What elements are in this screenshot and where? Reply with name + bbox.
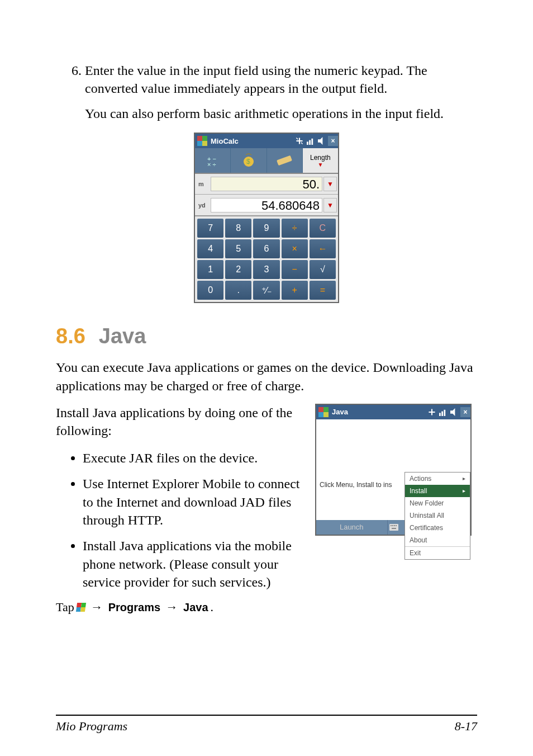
path-period: . <box>211 600 214 615</box>
svg-rect-1 <box>309 140 311 145</box>
tab-calculator: + −× ÷ <box>195 148 231 173</box>
svg-text:$: $ <box>246 158 250 166</box>
key-sqrt: √ <box>310 260 336 279</box>
app-title: MioCalc <box>210 137 296 145</box>
connectivity-icon <box>296 137 303 145</box>
page-footer: Mio Programs 8-17 <box>0 715 533 734</box>
svg-text:× ÷: × ÷ <box>207 161 216 168</box>
key-clear: C <box>310 219 336 238</box>
bullet-jad: Use Internet Explorer Mobile to connect … <box>83 475 307 529</box>
java-intro: You can execute Java applications or gam… <box>56 358 477 395</box>
java-install-intro: Install Java applications by doing one o… <box>56 404 307 440</box>
path-programs: Programs <box>108 601 160 614</box>
java-install-methods: Execute JAR files on the device. Use Int… <box>56 449 307 592</box>
key-equals: = <box>310 281 336 300</box>
start-icon <box>318 407 329 417</box>
start-menu-icon <box>76 603 86 612</box>
key-8: 8 <box>225 219 251 238</box>
input-unit: m <box>196 181 211 187</box>
key-sign: ⁺⁄₋ <box>253 281 279 300</box>
key-dot: . <box>225 281 251 300</box>
svg-rect-2 <box>311 139 313 145</box>
arrow-icon-2: → <box>163 600 181 615</box>
key-1: 1 <box>197 260 223 279</box>
section-heading: 8.6Java <box>56 324 477 348</box>
svg-rect-11 <box>444 410 445 416</box>
svg-rect-8 <box>277 155 292 166</box>
step-6: Enter the value in the input field using… <box>85 62 477 98</box>
menu-install: Install▸ <box>405 485 470 497</box>
chevron-right-icon: ▸ <box>463 475 465 481</box>
footer-section: Mio Programs <box>56 719 127 734</box>
input-row: m 50. ▼ <box>195 173 338 194</box>
tab-currency: $ <box>231 148 266 173</box>
status-icons <box>296 137 328 145</box>
menu-actions: Actions▸ <box>405 472 470 485</box>
keypad: 7 8 9 ÷ C 4 5 6 × ← 1 2 3 − √ 0 . ⁺⁄₋ + … <box>195 215 338 302</box>
titlebar: Java × <box>316 405 470 419</box>
status-icons <box>428 408 460 416</box>
output-unit-dropdown: ▼ <box>323 198 337 212</box>
input-value: 50. <box>211 177 322 191</box>
svg-marker-3 <box>318 137 322 145</box>
key-divide: ÷ <box>282 219 308 238</box>
key-9: 9 <box>253 219 279 238</box>
svg-rect-9 <box>439 413 441 416</box>
hint-text: Click Menu, Install to ins <box>320 481 392 489</box>
svg-rect-18 <box>392 528 396 529</box>
section-title: Java <box>99 324 146 348</box>
tab-length: Length ▼ <box>303 148 338 173</box>
tab-length-label: Length <box>310 154 331 162</box>
speaker-icon <box>450 408 458 416</box>
key-0: 0 <box>197 281 223 300</box>
svg-marker-12 <box>450 408 455 416</box>
navigation-path: Tap → Programs → Java. <box>56 600 307 615</box>
speaker-icon <box>318 137 326 145</box>
app-title: Java <box>331 408 428 416</box>
svg-rect-15 <box>392 525 393 526</box>
svg-rect-10 <box>441 412 443 416</box>
close-icon: × <box>460 407 470 417</box>
page-number: 8-17 <box>455 719 477 734</box>
menu-new-folder: New Folder <box>405 497 470 509</box>
output-value: 54.680648 <box>211 198 322 212</box>
svg-rect-13 <box>389 524 398 531</box>
miocalc-screenshot: MioCalc × + −× ÷ $ Leng <box>56 133 477 303</box>
java-screenshot: Java × Click Menu, Install to ins Action… <box>315 404 477 615</box>
output-row: yd 54.680648 ▼ <box>195 194 338 215</box>
step-continuation: You can also perform basic arithmetic op… <box>85 105 477 122</box>
connectivity-icon <box>428 408 436 416</box>
arrow-icon: → <box>88 600 106 615</box>
bullet-network: Install Java applications via the mobile… <box>83 537 307 591</box>
key-multiply: × <box>282 239 308 258</box>
key-backspace: ← <box>310 239 336 258</box>
path-java: Java <box>183 601 208 614</box>
svg-rect-17 <box>396 525 397 526</box>
svg-rect-0 <box>307 142 308 145</box>
close-icon: × <box>328 136 338 146</box>
context-menu: Actions▸ Install▸ New Folder Uninstall A… <box>404 472 470 560</box>
svg-rect-16 <box>394 525 395 526</box>
start-icon <box>197 136 207 146</box>
svg-rect-14 <box>391 525 392 526</box>
key-3: 3 <box>253 260 279 279</box>
tab-measure <box>267 148 303 173</box>
ruler-icon <box>276 153 293 168</box>
key-minus: − <box>282 260 308 279</box>
section-number: 8.6 <box>56 324 85 348</box>
chevron-right-icon: ▸ <box>463 488 465 494</box>
menu-uninstall-all: Uninstall All <box>405 509 470 522</box>
menu-about: About <box>405 534 470 546</box>
key-2: 2 <box>225 260 251 279</box>
key-plus: + <box>282 281 308 300</box>
input-unit-dropdown: ▼ <box>323 177 337 191</box>
path-lead: Tap <box>56 600 74 615</box>
key-6: 6 <box>253 239 279 258</box>
currency-icon: $ <box>241 153 256 168</box>
keyboard-icon <box>388 520 400 535</box>
key-4: 4 <box>197 239 223 258</box>
signal-icon <box>439 408 447 416</box>
signal-icon <box>307 137 315 145</box>
menu-certificates: Certificates <box>405 522 470 534</box>
menu-exit: Exit <box>405 546 470 559</box>
